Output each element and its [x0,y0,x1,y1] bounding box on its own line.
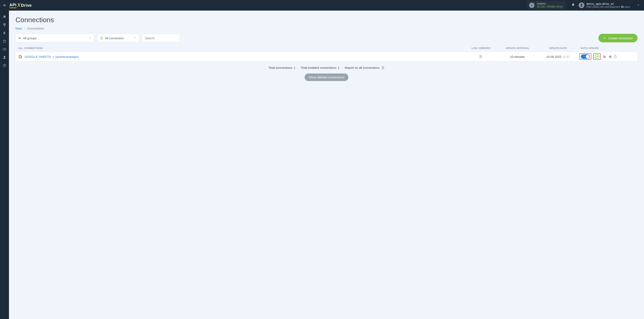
topbar: API X Drive i Actions: 25'138 / 50'000 (… [0,0,644,10]
run-now-button[interactable] [595,54,599,59]
run-highlight [593,53,601,60]
search-box[interactable] [142,34,180,42]
logo-text-api: API [9,3,16,8]
summary-enabled: Total enabled connections: 1 [301,66,340,70]
chevron-down-icon [86,36,92,40]
search-input[interactable] [145,36,177,40]
chevron-down-icon[interactable] [632,4,642,7]
th-date: UPDATE DATE [537,47,580,50]
main-content: Connections Main / Connections All group… [9,10,644,319]
summary-total: Total connections: 1 [268,66,296,70]
sidebar-item-help[interactable] [0,62,9,70]
breadcrumb: Main / Connections [16,27,638,30]
breadcrumb-current: Connections [27,27,44,30]
auto-update-toggle[interactable] [581,54,590,59]
logo-text-drive: Drive [21,3,32,8]
user-menu[interactable]: demo_apix-drive_s2 Plan |Start| left unt… [577,2,632,8]
th-name: ALL CONNECTIONS [18,47,464,50]
filters-row: All groups All connection Create connect… [16,34,638,42]
sidebar-item-billing[interactable] [0,29,9,37]
show-deleted-button[interactable]: Show deleted connections [304,74,348,81]
row-interval: 10 minutes [498,55,537,58]
delete-button[interactable] [614,55,617,58]
sidebar-item-services[interactable] [0,37,9,45]
status-select[interactable]: All connection [97,34,139,42]
groups-select-label: All groups [23,36,37,40]
create-connection-label: Create connection [608,36,633,40]
table-header: ALL CONNECTIONS LOG / ERRORS UPDATE INTE… [16,47,638,52]
report-download-button[interactable] [381,66,384,70]
actions-label: Actions: [537,2,563,5]
table-row: GOOGLE SHEETS -> (activecampaign) 10 min… [16,52,638,62]
status-select-label: All connection [105,36,124,40]
th-auto: AUTO UPDATE [580,47,635,50]
sidebar-item-home[interactable] [0,12,9,21]
notifications-button[interactable] [569,3,577,8]
play-circle-icon [100,36,103,40]
copy-button[interactable] [603,55,606,58]
create-connection-button[interactable]: Create connection [598,34,638,42]
sidebar-item-connections[interactable] [0,21,9,29]
groups-select[interactable]: All groups [16,34,94,42]
connection-name-link[interactable]: GOOGLE SHEETS -> (activecampaign) [25,55,79,58]
sidebar [0,10,9,319]
actions-total: 50'000 [547,5,555,8]
row-date: 19.09.2022 12:37 [537,55,580,58]
menu-toggle-button[interactable] [0,0,9,10]
th-interval: UPDATE INTERVAL [498,47,537,50]
actions-usage-box[interactable]: i Actions: 25'138 / 50'000 (50%) [527,1,566,10]
logo-text-x: X [17,2,21,8]
brand-logo[interactable]: API X Drive [9,2,32,8]
sidebar-item-video[interactable] [0,45,9,53]
actions-used: 25'138 [537,5,545,8]
summary-report-label: Report on all connections: [345,66,380,70]
google-icon [18,55,22,58]
avatar-icon [579,2,584,8]
info-icon: i [529,3,534,8]
th-log: LOG / ERRORS [464,47,498,50]
breadcrumb-main-link[interactable]: Main [16,27,22,30]
sidebar-item-account[interactable] [0,53,9,62]
actions-percent: (50%) [556,5,563,8]
chevron-down-icon [131,36,136,40]
folder-icon [18,36,22,40]
auto-update-highlight [580,53,591,60]
log-button[interactable] [464,55,498,58]
settings-button[interactable] [608,55,612,58]
user-name: demo_apix-drive_s2 [586,2,630,6]
summary-line: Total connections: 1 Total enabled conne… [16,62,638,73]
user-plan-line: Plan |Start| left until payment 31 days [586,6,630,8]
page-title: Connections [16,16,638,24]
